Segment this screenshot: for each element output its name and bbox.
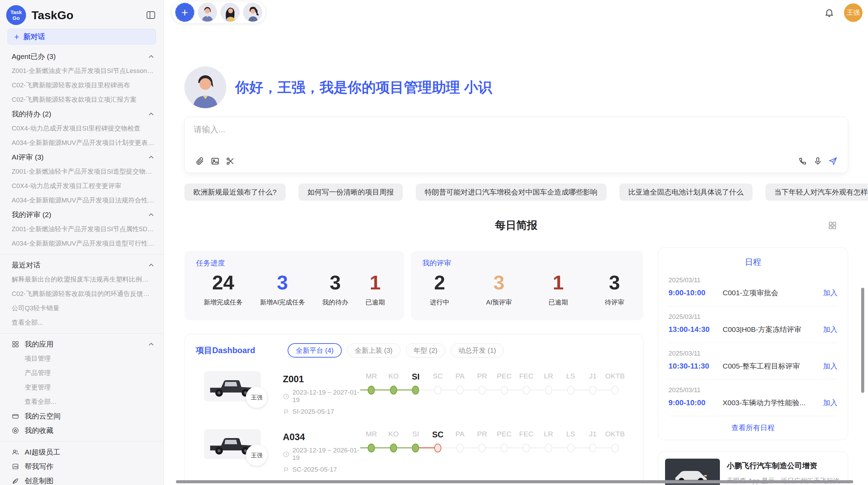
suggestion-chip[interactable]: 欧洲新规最近颁布了什么? [184,184,286,201]
help-write-label: 帮我写作 [25,462,155,471]
agent-avatar-1[interactable] [198,3,217,22]
suggestion-chip[interactable]: 比亚迪全固态电池计划具体说了什么 [619,184,752,201]
milestone-dot [412,444,419,452]
sidebar-task-item[interactable]: C02-飞腾新能源轻客改款项目立项汇报方案 [0,92,164,107]
dashboard-tab[interactable]: 动总开发 (1) [450,343,504,358]
sidebar-task-item[interactable]: A034-全新新能源MUV产品开发项目法规符合性评审 [0,193,164,208]
scissors-icon[interactable] [222,154,238,168]
microphone-icon[interactable] [810,154,825,168]
stat-value: 24 [204,270,243,295]
suggestion-chip[interactable]: 如何写一份清晰的项目周报 [299,184,403,201]
creative-draw-label: 创意制图 [25,476,155,485]
stat-value: 3 [322,270,348,295]
task-progress-stats: 24 新增完成任务 3 新增AI完成任务 3 我的待办 1 已逾期 [196,270,393,307]
sidebar-task-item[interactable]: Z001-全新燃油轻卡产品开发项目SI造型提交物评审 [0,164,164,179]
join-link[interactable]: 加入 [823,398,837,408]
section-header-my-review[interactable]: 我的评审 (2) [0,208,164,222]
suggestion-chip[interactable]: 当下年轻人对汽车外观有怎样的喜好趋势 [765,184,868,201]
dashboard-tab[interactable]: 全新平台 (4) [288,343,342,358]
milestone-label: SC [427,430,449,442]
horizontal-scrollbar[interactable] [176,480,853,483]
project-row[interactable]: 王强 Z001 2023-12-19 ~ 2027-01-19 SI-2025-… [185,371,643,415]
stat-item: 24 新增完成任务 [204,270,243,307]
milestone-dot [434,386,442,395]
milestone-dot [545,386,552,395]
stat-value: 1 [365,270,385,295]
sidebar-item-creative-draw[interactable]: 创意制图 [0,474,164,485]
recent-chat-item[interactable]: 查看全部... [0,315,164,330]
app-title: TaskGo [32,9,146,22]
chevron-up-icon [148,154,155,161]
layout-grid-icon[interactable] [828,221,837,230]
sidebar-item-cloud-space[interactable]: 我的云空间 [0,409,164,423]
section-header-my-todo[interactable]: 我的待办 (2) [0,107,164,121]
recent-chat-item[interactable]: 解释最新出台的欧盟报废车法规再生塑料比例被调至15%... [0,272,164,287]
sidebar-item-ai-staff[interactable]: AI超级员工 [0,445,164,459]
ai-staff-label: AI超级员工 [25,447,155,457]
sidebar-task-item[interactable]: A034-全新新能源MUV产品开发项目计划变更表编写 [0,136,164,150]
milestone-dot [434,444,442,452]
sidebar-item-favorites[interactable]: 我的收藏 [0,423,164,438]
send-icon[interactable] [825,154,840,168]
sidebar-task-item[interactable]: Z001-全新燃油皮卡产品开发项目SI节点Lesson Learn报告 [0,64,164,78]
join-link[interactable]: 加入 [823,325,837,334]
app-item[interactable]: 变更管理 [0,380,164,395]
user-avatar[interactable]: 王强 [844,3,863,22]
chat-input[interactable] [194,125,839,134]
schedule-item: 2025/03/11 9:00-10:00 C001-立项审批会 加入 [668,270,837,306]
view-all-schedule-link[interactable]: 查看所有日程 [668,416,837,439]
sidebar-task-item[interactable]: A034-全新新能源MUV产品开发项目造型可行性评审 [0,236,164,251]
image-doc-icon [12,463,19,470]
milestone-dot [368,444,375,452]
stat-label: 待评审 [605,298,624,307]
dashboard-tab[interactable]: 年型 (2) [406,343,445,358]
insert-image-icon[interactable] [207,154,222,168]
divider [0,333,164,334]
recent-chat-item[interactable]: 公司Q3轻卡销量 [0,301,164,315]
schedule-time: 10:30-11:30 [668,362,723,371]
section-header-agent-done[interactable]: Agent已办 (3) [0,49,164,64]
sidebar-task-item[interactable]: C0X4-动力总成开发项目SI里程碑提交物检查 [0,121,164,136]
milestone-label: SC [427,372,449,384]
app-item[interactable]: 项目管理 [0,351,164,366]
dashboard-tab[interactable]: 全新上装 (3) [347,343,400,358]
project-flag: SI-2025-05-17 [283,408,360,415]
collapse-sidebar-icon[interactable] [146,10,156,20]
milestone-dot [589,386,596,395]
sidebar-item-help-write[interactable]: 帮我写作 [0,459,164,474]
milestone-dot [456,386,463,395]
agent-avatar-2[interactable] [220,3,240,22]
project-row[interactable]: 王强 A034 2023-12-19 ~ 2026-01-19 SC-2025-… [185,429,643,473]
news-title: 小鹏飞行汽车制造公司增资 [727,461,841,471]
vertical-scrollbar[interactable] [861,288,864,393]
milestone: PA [449,430,471,454]
app-item[interactable]: 查看全部... [0,395,164,409]
milestone: PEC [493,430,516,454]
suggestion-chip[interactable]: 特朗普可能对进口汽车增税会对中国车企造成哪些影响 [416,184,606,201]
sidebar-item-my-apps[interactable]: 我的应用 [0,337,164,351]
project-flag: SC-2025-05-17 [283,466,360,473]
section-ai-review-items: Z001-全新燃油轻卡产品开发项目SI造型提交物评审C0X4-动力总成开发项目工… [0,164,164,208]
attachment-icon[interactable] [192,154,207,168]
sidebar-task-item[interactable]: C02-飞腾新能源轻客改款项目里程碑画布 [0,78,164,92]
section-header-recent-chats[interactable]: 最近对话 [0,258,164,272]
schedule-list: 2025/03/11 9:00-10:00 C001-立项审批会 加入 2025… [668,270,837,416]
milestone-dot [523,386,530,395]
join-link[interactable]: 加入 [823,361,837,371]
recent-chat-item[interactable]: C02-飞腾新能源轻客改款项目的闭环通告反馈情况 [0,287,164,301]
stat-value: 1 [548,270,568,295]
new-chat-button[interactable]: + 新对话 [8,29,156,45]
add-agent-button[interactable]: + [175,3,194,22]
section-label: 我的待办 (2) [12,109,148,119]
voice-call-icon[interactable] [795,154,810,168]
join-link[interactable]: 加入 [823,288,837,298]
milestone-dot [501,444,508,452]
milestone-timeline: MR KO [360,371,631,396]
sidebar-task-item[interactable]: Z001-全新燃油轻卡产品开发项目SI节点属性5D文件评审 [0,222,164,236]
agent-avatar-3[interactable] [243,3,262,22]
app-item[interactable]: 产品管理 [0,366,164,380]
notification-bell-icon[interactable] [824,8,834,18]
section-header-ai-review[interactable]: AI评审 (3) [0,150,164,164]
milestone: OKTB [604,372,626,396]
sidebar-task-item[interactable]: C0X4-动力总成开发项目工程变更评审 [0,179,164,193]
